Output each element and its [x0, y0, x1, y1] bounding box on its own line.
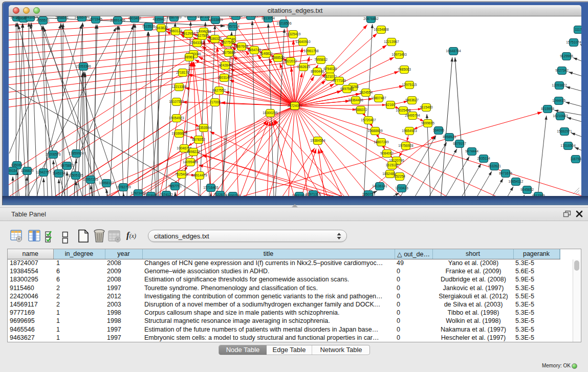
svg-text:15720407: 15720407: [361, 118, 376, 122]
svg-text:9474444: 9474444: [465, 149, 478, 153]
svg-text:835061: 835061: [11, 163, 23, 167]
svg-text:19384554: 19384554: [310, 139, 325, 142]
svg-text:19054923: 19054923: [169, 116, 184, 120]
svg-text:12975115: 12975115: [402, 83, 417, 86]
svg-text:9960124: 9960124: [169, 29, 182, 33]
svg-text:12093822: 12093822: [552, 83, 567, 87]
svg-text:9857791: 9857791: [168, 184, 182, 188]
svg-text:9129966: 9129966: [560, 54, 573, 58]
svg-text:12213389: 12213389: [171, 85, 187, 89]
svg-text:8878352: 8878352: [192, 138, 205, 141]
svg-text:1145194: 1145194: [52, 171, 66, 175]
svg-text:7955812: 7955812: [314, 58, 328, 61]
svg-text:17859924: 17859924: [69, 151, 84, 155]
svg-text:717008: 717008: [209, 100, 221, 104]
svg-text:8912954: 8912954: [182, 32, 195, 35]
svg-text:8471676: 8471676: [499, 171, 512, 175]
svg-text:6879197: 6879197: [453, 142, 466, 145]
svg-text:14265799: 14265799: [74, 16, 90, 19]
svg-text:15716465: 15716465: [203, 186, 219, 189]
svg-text:16154808: 16154808: [374, 28, 389, 31]
svg-text:16914479: 16914479: [192, 173, 207, 177]
svg-text:12942757: 12942757: [36, 170, 51, 174]
svg-text:1733426: 1733426: [395, 186, 408, 190]
svg-text:98961: 98961: [185, 55, 194, 59]
svg-text:252254: 252254: [394, 174, 405, 178]
svg-text:20364436: 20364436: [348, 98, 363, 102]
svg-text:6497568: 6497568: [340, 87, 354, 91]
svg-text:8958923: 8958923: [443, 135, 456, 139]
svg-text:9227342: 9227342: [555, 69, 569, 72]
svg-text:10958107: 10958107: [99, 181, 114, 185]
svg-text:20691406: 20691406: [110, 18, 125, 22]
svg-text:8090293: 8090293: [229, 16, 243, 17]
svg-text:16210643: 16210643: [553, 114, 568, 118]
svg-text:18724007: 18724007: [287, 104, 302, 107]
svg-text:4335942: 4335942: [153, 17, 166, 21]
svg-text:16782759: 16782759: [116, 185, 131, 189]
svg-text:39154: 39154: [9, 169, 17, 172]
svg-text:7357224: 7357224: [226, 25, 239, 28]
svg-text:14136141: 14136141: [372, 184, 387, 188]
svg-text:2718176: 2718176: [176, 71, 189, 74]
svg-text:19218506: 19218506: [276, 21, 292, 25]
svg-text:8454749: 8454749: [248, 48, 261, 52]
svg-text:1621072: 1621072: [323, 75, 337, 78]
svg-text:7625402: 7625402: [175, 172, 188, 176]
svg-text:10961758: 10961758: [303, 49, 319, 53]
svg-text:8427552: 8427552: [212, 89, 226, 92]
svg-text:19756928: 19756928: [398, 144, 413, 147]
svg-text:3341057: 3341057: [24, 16, 37, 19]
svg-text:8813054: 8813054: [262, 16, 275, 20]
svg-text:116753: 116753: [570, 157, 581, 161]
svg-text:10033809: 10033809: [208, 18, 223, 21]
svg-text:7386372: 7386372: [354, 108, 367, 112]
svg-text:7350753: 7350753: [362, 192, 375, 196]
svg-text:164095: 164095: [433, 128, 444, 132]
svg-text:2935114: 2935114: [477, 157, 490, 160]
svg-text:15751074: 15751074: [566, 40, 581, 44]
svg-text:16107553: 16107553: [169, 100, 184, 103]
svg-text:8215958: 8215958: [541, 107, 554, 111]
svg-text:7022674: 7022674: [213, 193, 227, 196]
svg-text:10973493: 10973493: [391, 53, 407, 56]
svg-text:62160: 62160: [386, 103, 396, 106]
svg-text:7632621: 7632621: [488, 164, 501, 168]
svg-text:4612365: 4612365: [532, 194, 545, 196]
svg-text:8498222: 8498222: [187, 150, 200, 154]
svg-text:1117: 1117: [575, 28, 581, 31]
svg-text:19654923: 19654923: [402, 129, 417, 133]
svg-text:1615112: 1615112: [385, 163, 399, 167]
svg-text:7515526: 7515526: [142, 25, 155, 28]
svg-text:9115460: 9115460: [420, 105, 433, 109]
svg-text:28495794: 28495794: [405, 114, 420, 117]
svg-text:8990448: 8990448: [311, 70, 324, 73]
svg-text:10807487: 10807487: [371, 96, 386, 100]
svg-text:9245652: 9245652: [520, 188, 534, 191]
svg-text:18807249: 18807249: [374, 140, 389, 144]
svg-text:9777169: 9777169: [333, 79, 346, 82]
svg-text:10025458: 10025458: [396, 108, 411, 112]
svg-text:14099489: 14099489: [183, 160, 198, 164]
svg-text:1244415: 1244415: [552, 99, 565, 102]
svg-text:1588520: 1588520: [271, 56, 285, 59]
svg-text:9463627: 9463627: [405, 98, 419, 102]
svg-text:12505135: 12505135: [68, 173, 83, 177]
svg-text:20206576: 20206576: [46, 152, 61, 156]
svg-text:17016504: 17016504: [560, 144, 576, 147]
svg-text:21053346: 21053346: [76, 64, 91, 68]
svg-text:8322037: 8322037: [284, 59, 297, 63]
svg-text:7663822: 7663822: [155, 26, 168, 30]
svg-text:19166829: 19166829: [171, 132, 187, 135]
svg-text:39587039: 39587039: [166, 16, 182, 19]
svg-text:8186325: 8186325: [208, 37, 222, 40]
svg-text:7485063: 7485063: [398, 68, 411, 71]
svg-text:4903402: 4903402: [128, 16, 141, 20]
svg-text:47295260: 47295260: [243, 16, 258, 17]
svg-text:6794028: 6794028: [323, 67, 337, 71]
svg-text:9527505: 9527505: [221, 40, 234, 44]
svg-text:9242848: 9242848: [219, 63, 232, 67]
svg-text:10688609: 10688609: [367, 129, 383, 133]
svg-text:12213967: 12213967: [384, 40, 399, 43]
svg-text:7374122: 7374122: [160, 193, 173, 196]
